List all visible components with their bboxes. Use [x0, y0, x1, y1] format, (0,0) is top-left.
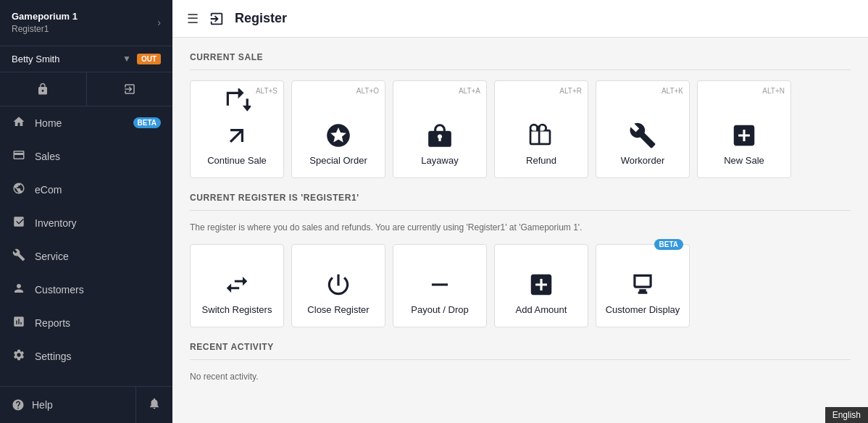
sales-icon — [12, 148, 26, 164]
lock-icon — [36, 83, 49, 96]
sidebar-item-service-label: Service — [35, 251, 161, 262]
user-chevron-icon: ▼ — [122, 54, 131, 64]
current-sale-card-grid: ALT+S Continue Sale ALT+O Special Order … — [190, 80, 851, 178]
close-register-card[interactable]: Close Register — [291, 244, 385, 327]
sidebar-item-home[interactable]: Home BETA — [0, 106, 172, 140]
reports-icon — [12, 315, 26, 331]
brand-text: Gameporium 1 Register1 — [12, 10, 78, 35]
brand-name: Gameporium 1 — [12, 10, 78, 23]
register-section-title: CURRENT REGISTER IS 'REGISTER1' — [190, 193, 851, 203]
current-sale-divider — [190, 70, 851, 70]
sidebar-item-reports[interactable]: Reports — [0, 306, 172, 340]
brand-chevron-icon: › — [157, 17, 161, 28]
sidebar-item-ecom[interactable]: eCom — [0, 173, 172, 206]
workorder-shortcut: ALT+K — [662, 87, 683, 95]
close-register-label: Close Register — [307, 304, 369, 317]
add-amount-icon — [527, 271, 555, 298]
sidebar-nav: Home BETA Sales eCom Inventory — [0, 106, 172, 386]
language-label: English — [832, 410, 861, 420]
sidebar-brand[interactable]: Gameporium 1 Register1 › — [0, 0, 172, 46]
new-sale-shortcut: ALT+N — [762, 87, 785, 95]
sidebar-item-customers-label: Customers — [35, 284, 161, 296]
continue-sale-shortcut: ALT+S — [256, 87, 277, 95]
customer-display-beta-badge: BETA — [654, 239, 683, 250]
sidebar-item-customers[interactable]: Customers — [0, 273, 172, 306]
logout-icon — [123, 83, 136, 96]
brand-sub: Register1 — [12, 23, 78, 35]
workorder-label: Workorder — [621, 155, 664, 167]
refund-shortcut: ALT+R — [559, 87, 582, 95]
workorder-icon — [629, 122, 656, 149]
switch-registers-label: Switch Registers — [202, 304, 272, 317]
close-register-icon — [325, 271, 352, 298]
recent-activity-section-title: RECENT ACTIVITY — [190, 342, 851, 352]
customer-display-icon — [629, 271, 656, 298]
layaway-shortcut: ALT+A — [459, 87, 480, 95]
recent-activity-divider — [190, 359, 851, 360]
register-card-grid: Switch Registers Close Register Payout /… — [190, 244, 851, 327]
sidebar-item-service[interactable]: Service — [0, 240, 172, 273]
payout-drop-label: Payout / Drop — [411, 304, 469, 317]
ecom-icon — [12, 182, 26, 198]
new-sale-card[interactable]: ALT+N New Sale — [697, 80, 791, 178]
sidebar-bottom: Help — [0, 386, 172, 423]
refund-label: Refund — [526, 155, 556, 167]
continue-sale-card[interactable]: ALT+S Continue Sale — [190, 80, 284, 178]
home-beta-badge: BETA — [133, 117, 161, 128]
workorder-card[interactable]: ALT+K Workorder — [596, 80, 690, 178]
sidebar-item-reports-label: Reports — [35, 317, 161, 329]
layaway-card[interactable]: ALT+A Layaway — [393, 80, 487, 178]
help-button[interactable]: Help — [0, 387, 135, 423]
help-icon — [12, 398, 25, 411]
content-area: CURRENT SALE ALT+S Continue Sale ALT+O S… — [172, 38, 868, 423]
special-order-icon — [325, 122, 352, 149]
recent-activity-empty: No recent activity. — [190, 370, 851, 383]
payout-drop-icon — [426, 271, 454, 298]
add-amount-label: Add Amount — [516, 304, 567, 317]
sidebar-item-settings[interactable]: Settings — [0, 340, 172, 373]
service-icon — [12, 248, 26, 264]
sidebar-item-home-label: Home — [35, 117, 125, 129]
special-order-label: Special Order — [309, 155, 367, 167]
sidebar-item-settings-label: Settings — [35, 351, 161, 362]
main-content: ☰ Register CURRENT SALE ALT+S Continue S… — [172, 0, 868, 423]
special-order-shortcut: ALT+O — [356, 87, 379, 95]
notifications-button[interactable] — [135, 387, 172, 423]
customer-display-label: Customer Display — [606, 304, 680, 317]
payout-drop-card[interactable]: Payout / Drop — [393, 244, 487, 327]
help-label: Help — [32, 399, 53, 411]
current-sale-section-title: CURRENT SALE — [190, 52, 851, 62]
sidebar-item-sales-label: Sales — [35, 151, 161, 162]
language-selector[interactable]: English — [825, 407, 868, 423]
customer-display-card[interactable]: BETA Customer Display — [596, 244, 690, 327]
user-status-badge: OUT — [137, 54, 161, 64]
register-section-divider — [190, 210, 851, 211]
special-order-card[interactable]: ALT+O Special Order — [291, 80, 385, 178]
inventory-icon — [12, 215, 26, 231]
sidebar-quick-icons: home — [0, 72, 172, 106]
sidebar: Gameporium 1 Register1 › Betty Smith ▼ O… — [0, 0, 172, 423]
switch-registers-card[interactable]: Switch Registers — [190, 244, 284, 327]
topbar: ☰ Register — [172, 0, 868, 38]
register-icon — [209, 11, 225, 27]
sidebar-item-sales[interactable]: Sales — [0, 140, 172, 173]
switch-registers-icon — [223, 271, 251, 298]
sidebar-user[interactable]: Betty Smith ▼ OUT — [0, 46, 172, 72]
logout-button[interactable] — [86, 72, 173, 106]
layaway-label: Layaway — [421, 155, 458, 167]
user-name: Betty Smith — [12, 54, 120, 64]
add-amount-card[interactable]: Add Amount — [494, 244, 588, 327]
register-info-text: The register is where you do sales and r… — [190, 221, 851, 234]
hamburger-menu-button[interactable]: ☰ — [187, 11, 199, 27]
continue-sale-icon — [223, 88, 251, 116]
bell-icon — [148, 397, 161, 410]
home-icon — [12, 115, 26, 131]
settings-icon — [12, 348, 26, 364]
sidebar-item-ecom-label: eCom — [35, 184, 161, 196]
refund-card[interactable]: ALT+R Refund — [494, 80, 588, 178]
continue-sale-arrow-icon — [223, 122, 251, 149]
refund-icon — [527, 122, 555, 149]
sidebar-item-inventory[interactable]: Inventory — [0, 206, 172, 240]
sidebar-item-inventory-label: Inventory — [35, 217, 161, 229]
lock-button[interactable]: home — [0, 72, 86, 106]
